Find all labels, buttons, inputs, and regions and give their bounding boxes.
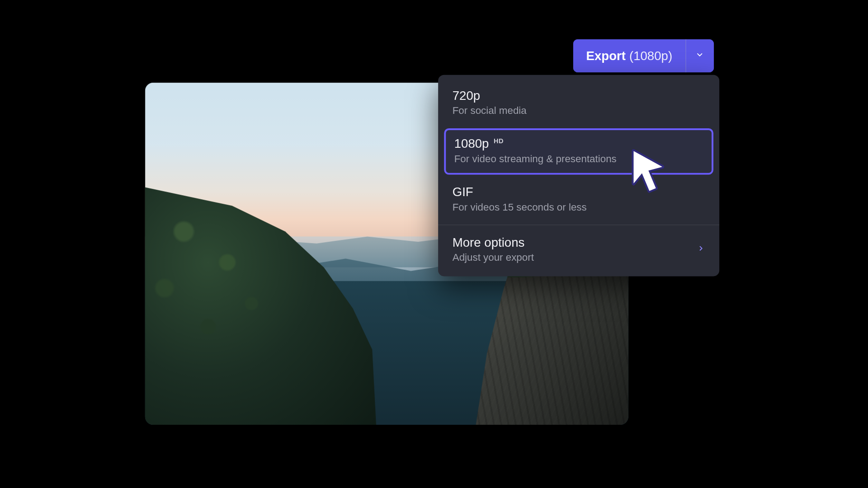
export-option-title: 1080p	[454, 136, 489, 151]
export-more-options[interactable]: More options Adjust your export	[438, 228, 719, 273]
export-option-gif[interactable]: GIF For videos 15 seconds or less	[438, 177, 719, 222]
export-option-title: 720p	[453, 89, 480, 103]
chevron-right-icon	[697, 244, 705, 255]
export-option-subtitle: For video streaming & presentations	[454, 153, 703, 165]
export-option-1080p[interactable]: 1080p HD For video streaming & presentat…	[444, 128, 713, 175]
export-options-menu: 720p For social media 1080p HD For video…	[438, 75, 719, 277]
export-split-button: Export (1080p)	[573, 39, 714, 73]
more-options-title: More options	[453, 235, 534, 250]
export-button-label: Export	[586, 49, 626, 63]
export-option-subtitle: For videos 15 seconds or less	[453, 202, 705, 213]
chevron-down-icon	[695, 50, 705, 61]
more-options-subtitle: Adjust your export	[453, 252, 534, 264]
hd-badge: HD	[494, 137, 504, 145]
export-button-resolution: (1080p)	[629, 49, 672, 63]
export-option-title: GIF	[453, 185, 473, 199]
export-dropdown-toggle[interactable]	[685, 39, 714, 73]
export-button[interactable]: Export (1080p)	[573, 39, 685, 73]
menu-divider	[438, 225, 719, 225]
export-option-720p[interactable]: 720p For social media	[438, 81, 719, 126]
export-option-subtitle: For social media	[453, 105, 705, 117]
